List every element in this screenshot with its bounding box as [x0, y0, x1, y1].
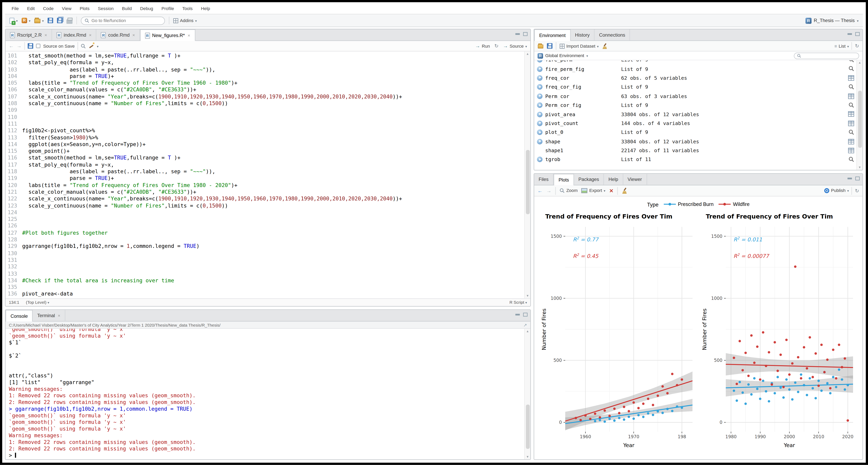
inspect-object-icon[interactable]: [849, 102, 854, 109]
env-item-tgrob[interactable]: tgrobList of 11: [534, 155, 863, 164]
env-item-fire_perm_fig[interactable]: fire_perm_figList of 9: [534, 64, 863, 73]
code-tools-icon[interactable]: [89, 43, 94, 49]
menu-build[interactable]: Build: [122, 6, 132, 11]
menu-help[interactable]: Help: [201, 6, 210, 11]
expand-object-icon[interactable]: [537, 75, 542, 81]
inspect-object-icon[interactable]: [849, 66, 854, 73]
scroll-down-icon[interactable]: ▼: [525, 454, 530, 459]
tab-rscript-2-r[interactable]: RRscript_2.R×: [5, 29, 52, 40]
find-icon[interactable]: [81, 43, 86, 49]
scroll-down-icon[interactable]: ▼: [525, 293, 530, 298]
menu-plots[interactable]: Plots: [80, 6, 90, 11]
expand-object-icon[interactable]: [537, 139, 542, 144]
env-item-freq_cor[interactable]: freq_cor62 obs. of 5 variables: [534, 73, 863, 83]
menu-edit[interactable]: Edit: [27, 6, 35, 11]
inspect-object-icon[interactable]: [849, 157, 854, 163]
tab-console[interactable]: Console: [5, 310, 33, 321]
menu-debug[interactable]: Debug: [140, 6, 153, 11]
close-icon[interactable]: ×: [58, 313, 60, 318]
tab-help[interactable]: Help: [604, 174, 623, 185]
expand-object-icon[interactable]: [537, 121, 542, 126]
inspect-object-icon[interactable]: [849, 84, 854, 91]
publish-button[interactable]: Publish: [824, 188, 849, 193]
tab-connections[interactable]: Connections: [595, 29, 630, 40]
next-plot-icon[interactable]: →: [547, 188, 551, 193]
print-button[interactable]: [66, 18, 72, 24]
filetype-selector[interactable]: R Script: [509, 300, 527, 305]
run-button[interactable]: → Run: [475, 43, 490, 49]
close-icon[interactable]: ×: [89, 32, 92, 37]
env-item-pivot_area[interactable]: pivot_area33804 obs. of 12 variables: [534, 110, 863, 119]
tab-files[interactable]: Files: [534, 174, 554, 185]
minimize-icon[interactable]: [847, 178, 852, 179]
maximize-icon[interactable]: [523, 313, 528, 316]
env-item-Perm_cor_fig[interactable]: Perm_cor_figList of 9: [534, 101, 863, 110]
import-dataset-button[interactable]: Import Dataset: [560, 43, 599, 49]
env-item-fire_perm[interactable]: fire_permList of 9: [534, 60, 863, 64]
scroll-up-icon[interactable]: ▲: [525, 329, 530, 334]
environment-scope-label[interactable]: Global Environment: [545, 53, 584, 58]
save-all-button[interactable]: [57, 18, 63, 23]
scope-selector[interactable]: (Top Level): [26, 300, 49, 305]
env-item-shape1[interactable]: shape122147 obs. of 11 variables: [534, 146, 863, 155]
menu-tools[interactable]: Tools: [182, 6, 193, 11]
open-in-new-icon[interactable]: ↗: [523, 322, 527, 328]
tab-terminal[interactable]: Terminal×: [33, 310, 65, 321]
back-icon[interactable]: ←: [9, 43, 14, 49]
expand-object-icon[interactable]: [537, 84, 542, 90]
remove-plot-icon[interactable]: ✕: [609, 188, 613, 193]
close-icon[interactable]: ×: [188, 33, 190, 38]
inspect-object-icon[interactable]: [849, 60, 854, 64]
save-icon[interactable]: [28, 43, 33, 49]
env-item-pivot_count[interactable]: pivot_count144 obs. of 4 variables: [534, 119, 863, 128]
close-icon[interactable]: ×: [132, 32, 135, 37]
minimize-icon[interactable]: [515, 314, 520, 315]
save-button[interactable]: [48, 18, 53, 23]
menu-profile[interactable]: Profile: [161, 6, 174, 11]
env-item-freq_cor_fig[interactable]: freq_cor_figList of 9: [534, 83, 863, 92]
scroll-up-icon[interactable]: ▲: [525, 51, 530, 56]
clear-plots-icon[interactable]: [622, 188, 628, 194]
view-table-icon[interactable]: [848, 112, 854, 118]
expand-object-icon[interactable]: [537, 93, 542, 99]
forward-icon[interactable]: →: [17, 43, 22, 49]
inspect-object-icon[interactable]: [849, 129, 854, 136]
minimize-icon[interactable]: [515, 33, 520, 35]
editor-scrollbar[interactable]: ▲ ▼: [524, 51, 530, 298]
expand-object-icon[interactable]: [537, 157, 542, 162]
expand-object-icon[interactable]: [537, 102, 542, 108]
scroll-down-icon[interactable]: ▼: [857, 165, 863, 170]
new-file-button[interactable]: +: [9, 18, 18, 24]
maximize-icon[interactable]: [855, 177, 860, 181]
expand-object-icon[interactable]: [537, 112, 542, 117]
expand-object-icon[interactable]: [537, 60, 542, 63]
goto-file-input[interactable]: [92, 18, 161, 23]
tab-environment[interactable]: Environment: [534, 29, 571, 41]
environment-search-input[interactable]: [803, 53, 856, 58]
export-button[interactable]: Export: [582, 188, 605, 193]
addins-button[interactable]: Addins: [173, 18, 197, 23]
scroll-up-icon[interactable]: ▲: [857, 60, 863, 65]
menu-file[interactable]: File: [11, 6, 19, 11]
maximize-icon[interactable]: [855, 32, 860, 36]
rerun-button[interactable]: ↻: [494, 43, 499, 49]
source-on-save-checkbox[interactable]: [36, 44, 40, 48]
tab-code-rmd[interactable]: Rcode.Rmd×: [96, 29, 140, 40]
new-project-button[interactable]: R: [22, 18, 31, 23]
tab-new-figures-r[interactable]: RNew_figures.R*×: [140, 29, 195, 41]
view-table-icon[interactable]: [848, 138, 854, 145]
code-editor[interactable]: ▲ ▼ 101 stat_smooth(method = lm,se=TRUE,…: [5, 51, 530, 298]
clear-workspace-icon[interactable]: [602, 43, 608, 49]
refresh-icon[interactable]: ↻: [855, 188, 859, 193]
menu-view[interactable]: View: [62, 6, 71, 11]
environment-search-box[interactable]: [794, 52, 859, 59]
goto-file-box[interactable]: [81, 16, 165, 25]
env-item-shape[interactable]: shape33804 obs. of 12 variables: [534, 137, 863, 146]
menu-session[interactable]: Session: [98, 6, 114, 11]
close-icon[interactable]: ×: [44, 32, 47, 37]
list-view-button[interactable]: ≡ List: [834, 43, 849, 49]
tab-packages[interactable]: Packages: [574, 174, 604, 185]
expand-object-icon[interactable]: [537, 130, 542, 135]
tab-history[interactable]: History: [571, 29, 595, 40]
load-workspace-icon[interactable]: [538, 44, 543, 49]
